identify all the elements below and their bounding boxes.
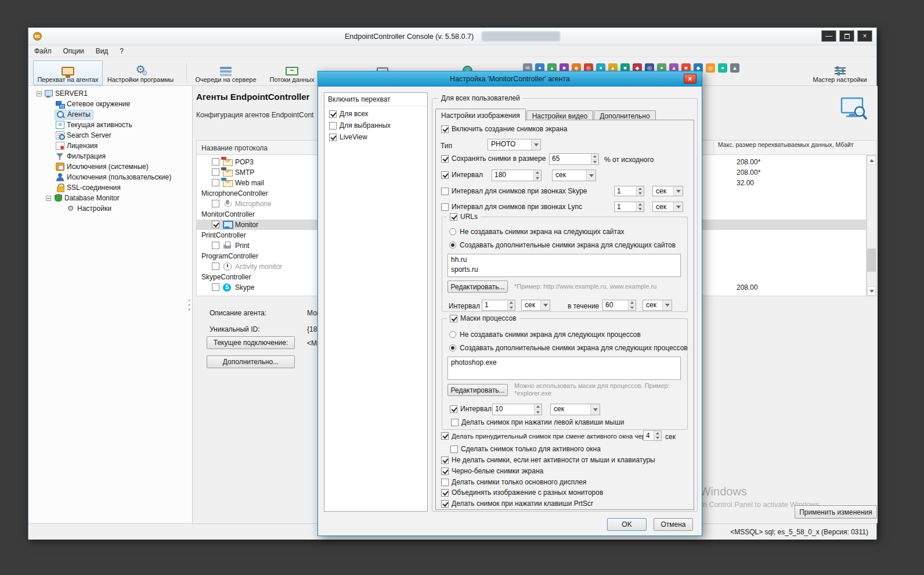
dropdown-arrow-icon[interactable]: [531, 139, 540, 150]
dialog-close-button[interactable]: ×: [684, 74, 696, 84]
toolbar-mini-icon[interactable]: ●: [718, 63, 727, 73]
spinner-arrows-icon[interactable]: [591, 154, 598, 164]
tab-image-settings[interactable]: Настройки изображения: [435, 109, 526, 121]
enable-screenshots-checkbox[interactable]: [441, 125, 449, 133]
toolbar-queues-button[interactable]: Очереди на сервере: [193, 60, 258, 85]
tree-item-network[interactable]: Сетевое окружение: [56, 99, 130, 109]
masks-no-option[interactable]: Не создавать снимки экрана для следующих…: [449, 330, 641, 339]
tree-item-database-monitor[interactable]: Database Monitor: [46, 193, 120, 203]
scroll-down-arrow[interactable]: [867, 286, 876, 296]
skype-checkbox[interactable]: [212, 283, 219, 291]
radio-on-icon[interactable]: [449, 242, 456, 249]
cancel-button[interactable]: Отмена: [654, 518, 693, 531]
radio-off-icon[interactable]: [449, 228, 456, 235]
ok-button[interactable]: OK: [607, 518, 647, 531]
primary-display-only-row[interactable]: Делать снимки только основного дисплея: [441, 478, 586, 486]
urls-interval-spinner[interactable]: 1: [482, 300, 515, 311]
scope-selected-users[interactable]: Для выбранных: [329, 121, 427, 130]
save-size-checkbox[interactable]: [441, 155, 449, 163]
active-window-only-row[interactable]: Сделать снимок только для активного окна: [450, 445, 601, 453]
tree-item-server1[interactable]: SERVER1: [37, 88, 88, 99]
dropdown-arrow-icon[interactable]: [590, 404, 600, 415]
dropdown-arrow-icon[interactable]: [586, 170, 595, 181]
save-size-row[interactable]: Сохранять снимки в размере: [441, 154, 546, 163]
menu-help[interactable]: ?: [114, 46, 129, 56]
toolbar-streams-button[interactable]: ~ Потоки данных: [263, 60, 321, 85]
masks-interval-row[interactable]: Интервал: [450, 405, 492, 413]
apply-changes-button[interactable]: Применить изменения: [795, 505, 877, 519]
table-scrollbar[interactable]: [867, 155, 876, 296]
restore-button[interactable]: [839, 30, 854, 42]
masks-interval-spinner[interactable]: 10: [492, 404, 542, 415]
toolbar-program-settings-button[interactable]: ⚙ ⚙ Настройки программы: [105, 60, 176, 85]
collapse-icon[interactable]: [37, 91, 42, 96]
scope-liveview[interactable]: LiveView: [329, 133, 427, 141]
bw-snapshots-row[interactable]: Черно-белые снимки экрана: [441, 467, 543, 475]
process-masks-checkbox[interactable]: [450, 315, 457, 322]
toolbar-mini-icon[interactable]: ▲: [730, 63, 739, 73]
prtscr-snapshot-checkbox[interactable]: [441, 500, 449, 508]
splitter-handle[interactable]: [188, 298, 190, 313]
spinner-arrows-icon[interactable]: [636, 186, 644, 196]
window-titlebar[interactable]: EC EndpointController Console (v. 5.58.0…: [28, 28, 876, 45]
no-idle-snapshots-checkbox[interactable]: [441, 457, 449, 464]
advanced-button[interactable]: Дополнительно...: [207, 355, 295, 368]
masks-yes-option[interactable]: Создавать дополнительные снимки экрана д…: [449, 344, 688, 352]
current-connection-button[interactable]: Текущее подключение:: [207, 336, 295, 349]
urls-interval-unit-select[interactable]: сек: [521, 300, 550, 311]
lync-interval-checkbox[interactable]: [441, 203, 449, 211]
interval-row[interactable]: Интервал: [441, 171, 483, 179]
enable-screenshots-row[interactable]: Включить создание снимков экрана: [441, 125, 567, 133]
radio-off-icon[interactable]: [449, 331, 456, 338]
tree-item-agents[interactable]: Агенты: [55, 109, 93, 120]
skype-interval-unit-select[interactable]: сек: [652, 186, 683, 196]
skype-interval-row[interactable]: Интервал для снимков при звонках Skype: [441, 187, 587, 195]
lync-interval-unit-select[interactable]: сек: [652, 202, 683, 212]
interval-spinner[interactable]: 180: [492, 170, 542, 181]
urls-during-spinner[interactable]: 60: [602, 300, 636, 311]
urls-no-option[interactable]: Не создавать снимки экрана на следующих …: [449, 228, 625, 236]
tree-item-license[interactable]: Лицензия: [56, 141, 98, 151]
spinner-arrows-icon[interactable]: [533, 170, 541, 181]
skype-interval-checkbox[interactable]: [441, 188, 449, 195]
spinner-arrows-icon[interactable]: [534, 404, 542, 415]
dropdown-arrow-icon[interactable]: [662, 300, 672, 310]
primary-display-only-checkbox[interactable]: [441, 479, 449, 486]
activity-monitor-checkbox[interactable]: [212, 263, 219, 270]
close-button[interactable]: ×: [857, 30, 872, 42]
masks-interval-checkbox[interactable]: [450, 405, 457, 413]
selected-users-checkbox[interactable]: [329, 122, 337, 130]
urls-during-unit-select[interactable]: сек: [643, 300, 672, 311]
spinner-arrows-icon[interactable]: [507, 300, 515, 310]
minimize-button[interactable]: —: [821, 30, 836, 42]
scroll-up-arrow[interactable]: [867, 156, 876, 165]
tree-item-search-server[interactable]: Search Server: [56, 130, 111, 141]
all-users-checkbox[interactable]: [329, 110, 337, 118]
scroll-thumb[interactable]: [867, 249, 876, 272]
left-click-snapshot-row[interactable]: Делать снимок при нажатии левой клавиши …: [451, 418, 625, 426]
dialog-titlebar[interactable]: Настройка 'MonitorController' агента: [318, 71, 702, 87]
merge-monitors-checkbox[interactable]: [441, 489, 449, 497]
no-idle-snapshots-row[interactable]: Не делать снимки, если нет активности от…: [441, 456, 655, 464]
scope-all-users[interactable]: Для всех: [329, 110, 427, 118]
masks-list-input[interactable]: photoshop.exe: [447, 357, 681, 380]
skype-interval-spinner[interactable]: 1: [614, 186, 644, 196]
lync-interval-row[interactable]: Интервал для снимков при звонках Lync: [441, 203, 582, 211]
selected-tree-item[interactable]: Агенты: [55, 110, 93, 120]
pop3-checkbox[interactable]: [212, 158, 219, 166]
lync-interval-spinner[interactable]: 1: [614, 202, 644, 212]
tree-item-exclusions-user[interactable]: Исключения (пользовательские): [56, 172, 171, 182]
microphone-checkbox[interactable]: [212, 200, 219, 207]
left-click-snapshot-checkbox[interactable]: [451, 419, 459, 426]
active-window-only-checkbox[interactable]: [450, 445, 458, 453]
menu-options[interactable]: Опции: [57, 46, 90, 56]
column-max-size[interactable]: Макс. размер перехватываемых данных, Мба…: [718, 142, 864, 148]
tree-item-exclusions-system[interactable]: Исключения (системные): [56, 161, 149, 172]
merge-monitors-row[interactable]: Объединять изображение с разных мониторо…: [441, 488, 603, 497]
masks-interval-unit-select[interactable]: сек: [550, 404, 600, 415]
type-select[interactable]: PHOTO: [488, 139, 541, 150]
menu-view[interactable]: Вид: [90, 46, 114, 56]
tree-item-current-activity[interactable]: ≈ Текущая активность: [56, 120, 132, 130]
column-protocol-name[interactable]: Название протокола: [201, 144, 268, 152]
urls-edit-button[interactable]: Редактировать...: [447, 281, 508, 293]
